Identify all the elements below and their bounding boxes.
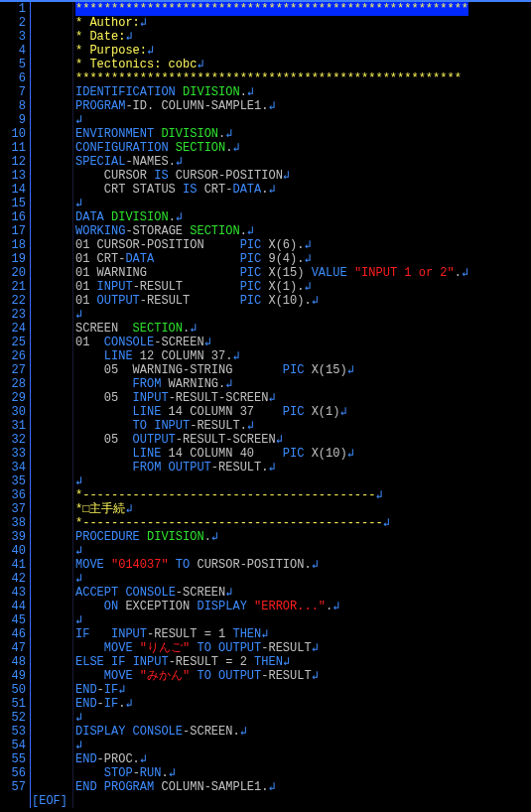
code-line[interactable]: MOVE "014037" TO CURSOR-POSITION.↲ — [75, 558, 468, 572]
line-number: 41 — [0, 558, 26, 572]
code-line[interactable]: CRT STATUS IS CRT-DATA.↲ — [75, 183, 468, 197]
code-line[interactable]: ↲ — [75, 572, 468, 586]
code-line[interactable]: LINE 14 COLUMN 40 PIC X(10)↲ — [75, 447, 468, 461]
code-line[interactable]: ↲ — [75, 739, 468, 752]
line-number: 6 — [0, 71, 26, 85]
line-number: 25 — [0, 336, 26, 349]
code-line[interactable]: ↲ — [75, 474, 468, 488]
line-number: 31 — [0, 419, 26, 433]
code-line[interactable]: ****************************************… — [75, 2, 468, 16]
code-line[interactable]: *□主手続↲ — [75, 502, 468, 516]
code-margin — [31, 2, 73, 808]
line-number: 4 — [0, 44, 26, 58]
code-line[interactable]: ↲ — [75, 113, 468, 127]
line-number: 5 — [0, 58, 26, 71]
line-number: 48 — [0, 655, 26, 669]
code-line[interactable]: * Purpose:↲ — [75, 44, 468, 58]
line-number: 7 — [0, 85, 26, 99]
line-number: 40 — [0, 544, 26, 558]
eof-marker: [EOF] — [32, 794, 468, 808]
code-line[interactable]: 01 CONSOLE-SCREEN↲ — [75, 336, 468, 349]
code-line[interactable]: LINE 14 COLUMN 37 PIC X(1)↲ — [75, 405, 468, 419]
line-number: 51 — [0, 697, 26, 711]
line-number: 15 — [0, 197, 26, 210]
code-line[interactable]: IF INPUT-RESULT = 1 THEN↲ — [75, 627, 468, 641]
code-line[interactable]: MOVE "りんご" TO OUTPUT-RESULT↲ — [75, 641, 468, 655]
code-line[interactable]: ELSE IF INPUT-RESULT = 2 THEN↲ — [75, 655, 468, 669]
line-number: 12 — [0, 155, 26, 169]
code-line[interactable]: SPECIAL-NAMES.↲ — [75, 155, 468, 169]
line-number: 43 — [0, 586, 26, 600]
line-number: 29 — [0, 391, 26, 405]
code-line[interactable]: DATA DIVISION.↲ — [75, 210, 468, 224]
code-line[interactable]: LINE 12 COLUMN 37.↲ — [75, 349, 468, 363]
line-number: 46 — [0, 627, 26, 641]
line-number: 17 — [0, 224, 26, 238]
line-number: 38 — [0, 516, 26, 530]
line-number: 34 — [0, 461, 26, 474]
line-number: 19 — [0, 252, 26, 266]
code-line[interactable]: ****************************************… — [75, 71, 468, 85]
code-line[interactable]: IDENTIFICATION DIVISION.↲ — [75, 85, 468, 99]
code-line[interactable]: END-IF.↲ — [75, 697, 468, 711]
line-number: 39 — [0, 530, 26, 544]
line-number: 42 — [0, 572, 26, 586]
code-line[interactable]: END PROGRAM COLUMN-SAMPLE1.↲ — [75, 780, 468, 794]
code-line[interactable]: DISPLAY CONSOLE-SCREEN.↲ — [75, 725, 468, 739]
line-number: 27 — [0, 363, 26, 377]
code-line[interactable]: STOP-RUN.↲ — [75, 766, 468, 780]
code-line[interactable]: 05 OUTPUT-RESULT-SCREEN↲ — [75, 433, 468, 447]
line-number: 55 — [0, 752, 26, 766]
code-line[interactable]: ↲ — [75, 308, 468, 322]
code-line[interactable]: 05 INPUT-RESULT-SCREEN↲ — [75, 391, 468, 405]
line-number: 56 — [0, 766, 26, 780]
line-number: 23 — [0, 308, 26, 322]
line-number: 20 — [0, 266, 26, 280]
code-line[interactable]: END-IF↲ — [75, 683, 468, 697]
code-line[interactable]: 01 CURSOR-POSITION PIC X(6).↲ — [75, 238, 468, 252]
code-line[interactable]: ENVIRONMENT DIVISION.↲ — [75, 127, 468, 141]
code-area[interactable]: ****************************************… — [73, 2, 468, 808]
line-number: 14 — [0, 183, 26, 197]
line-number: 16 — [0, 210, 26, 224]
code-line[interactable]: FROM WARNING.↲ — [75, 377, 468, 391]
code-line[interactable]: *---------------------------------------… — [75, 488, 468, 502]
code-editor[interactable]: 1234567891011121314151617181920212223242… — [0, 0, 531, 808]
code-line[interactable]: WORKING-STORAGE SECTION.↲ — [75, 224, 468, 238]
code-line[interactable]: TO INPUT-RESULT.↲ — [75, 419, 468, 433]
line-number: 13 — [0, 169, 26, 183]
code-line[interactable]: ↲ — [75, 197, 468, 210]
code-line[interactable]: * Author:↲ — [75, 16, 468, 30]
code-line[interactable]: 01 CRT-DATA PIC 9(4).↲ — [75, 252, 468, 266]
code-line[interactable]: ON EXCEPTION DISPLAY "ERROR...".↲ — [75, 600, 468, 613]
line-number: 35 — [0, 474, 26, 488]
line-number: 53 — [0, 725, 26, 739]
code-line[interactable]: 01 OUTPUT-RESULT PIC X(10).↲ — [75, 294, 468, 308]
code-line[interactable]: CONFIGURATION SECTION.↲ — [75, 141, 468, 155]
line-number: 2 — [0, 16, 26, 30]
line-number: 21 — [0, 280, 26, 294]
code-line[interactable]: 01 INPUT-RESULT PIC X(1).↲ — [75, 280, 468, 294]
code-line[interactable]: ↲ — [75, 613, 468, 627]
code-line[interactable]: SCREEN SECTION.↲ — [75, 322, 468, 336]
code-line[interactable]: ACCEPT CONSOLE-SCREEN↲ — [75, 586, 468, 600]
code-line[interactable]: 05 WARNING-STRING PIC X(15)↲ — [75, 363, 468, 377]
code-line[interactable]: * Date:↲ — [75, 30, 468, 44]
code-line[interactable]: *---------------------------------------… — [75, 516, 468, 530]
code-line[interactable]: ↲ — [75, 711, 468, 725]
code-line[interactable]: 01 WARNING PIC X(15) VALUE "INPUT 1 or 2… — [75, 266, 468, 280]
line-number: 52 — [0, 711, 26, 725]
code-line[interactable]: CURSOR IS CURSOR-POSITION↲ — [75, 169, 468, 183]
line-number: 10 — [0, 127, 26, 141]
line-number: 54 — [0, 739, 26, 752]
code-line[interactable]: PROCEDURE DIVISION.↲ — [75, 530, 468, 544]
code-line[interactable]: PROGRAM-ID. COLUMN-SAMPLE1.↲ — [75, 99, 468, 113]
line-number: 22 — [0, 294, 26, 308]
code-line[interactable]: MOVE "みかん" TO OUTPUT-RESULT↲ — [75, 669, 468, 683]
code-line[interactable]: * Tectonics: cobc↲ — [75, 58, 468, 71]
code-line[interactable]: FROM OUTPUT-RESULT.↲ — [75, 461, 468, 474]
code-line[interactable]: END-PROC.↲ — [75, 752, 468, 766]
line-number: 45 — [0, 613, 26, 627]
code-line[interactable]: ↲ — [75, 544, 468, 558]
line-number-gutter: 1234567891011121314151617181920212223242… — [0, 2, 31, 808]
